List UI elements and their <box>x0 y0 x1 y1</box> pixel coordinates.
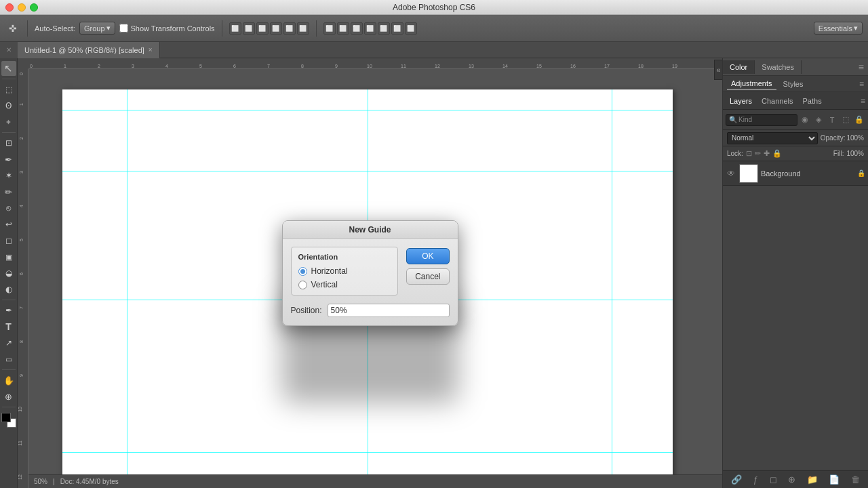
distribute-all-icon[interactable]: ⬜ <box>405 22 417 35</box>
adjustment-layer-btn[interactable]: ⊕ <box>788 474 795 485</box>
adj-panel-menu-btn[interactable]: ≡ <box>859 79 864 89</box>
separator-3 <box>316 20 317 37</box>
color-swatch[interactable] <box>1 413 16 428</box>
position-row: Position: <box>283 304 458 325</box>
gradient-tool-btn[interactable]: ▣ <box>1 249 16 264</box>
document-tab[interactable]: Untitled-1 @ 50% (RGB/8#) [scaled] × <box>18 42 160 58</box>
distribute-bottom-icon[interactable]: ⬜ <box>391 22 403 35</box>
crop-tool-btn[interactable]: ⊡ <box>1 136 16 150</box>
tool-sep-3 <box>2 300 16 300</box>
tab-bar: ✕ Untitled-1 @ 50% (RGB/8#) [scaled] × <box>0 42 868 58</box>
filter-icon-1[interactable]: ◉ <box>799 114 811 126</box>
tool-sep-2 <box>2 132 16 133</box>
move-tool-icon[interactable]: ✜ <box>5 21 20 36</box>
filter-icon-2[interactable]: ◈ <box>812 114 825 126</box>
lock-position-icon[interactable]: ✚ <box>764 149 770 158</box>
filter-icon-3[interactable]: T <box>826 114 838 126</box>
spot-heal-tool-btn[interactable]: ✶ <box>1 168 16 183</box>
delete-layer-btn[interactable]: 🗑 <box>851 474 860 485</box>
opacity-value[interactable]: 100% <box>846 134 864 142</box>
link-layers-btn[interactable]: 🔗 <box>731 474 742 485</box>
new-layer-btn[interactable]: 📄 <box>829 474 840 485</box>
zoom-tool-btn[interactable]: ⊕ <box>1 389 16 404</box>
horizontal-radio-option[interactable]: Horizontal <box>298 266 391 276</box>
group-layers-btn[interactable]: 📁 <box>807 474 818 485</box>
vertical-radio-option[interactable]: Vertical <box>298 280 391 289</box>
clone-stamp-tool-btn[interactable]: ⎋ <box>1 201 16 216</box>
autoselect-dropdown[interactable]: Group ▾ <box>79 22 115 35</box>
maximize-button[interactable] <box>30 3 38 12</box>
distribute-left-icon[interactable]: ⬜ <box>323 22 336 35</box>
history-brush-tool-btn[interactable]: ↩ <box>1 217 16 232</box>
distribute-right-icon[interactable]: ⬜ <box>351 22 363 35</box>
canvas-area: 0 1 2 3 4 5 6 7 8 9 10 11 12 13 14 15 16… <box>18 58 722 488</box>
align-bottom-icon[interactable]: ⬜ <box>297 22 309 35</box>
text-tool-btn[interactable]: T <box>1 319 16 334</box>
horizontal-radio-input[interactable] <box>298 267 307 276</box>
lasso-tool-btn[interactable]: ʘ <box>1 98 16 113</box>
align-center-h-icon[interactable]: ⬜ <box>243 22 255 35</box>
dodge-tool-btn[interactable]: ◐ <box>1 282 16 297</box>
shape-tool-btn[interactable]: ▭ <box>1 352 16 367</box>
tab-close-btn[interactable]: × <box>149 46 153 54</box>
vertical-radio-input[interactable] <box>298 281 307 289</box>
distribute-top-icon[interactable]: ⬜ <box>364 22 376 35</box>
swatches-tab[interactable]: Swatches <box>755 60 802 74</box>
paths-tab[interactable]: Paths <box>799 96 826 106</box>
left-toolbar: ↖ ⬚ ʘ ⌖ ⊡ ✒ ✶ ✏ ⎋ ↩ ◻ ▣ ◒ ◐ ✒ T ↗ ▭ ✋ ⊕ <box>0 58 18 488</box>
channels-tab[interactable]: Channels <box>757 96 797 106</box>
separator-1 <box>27 20 28 37</box>
layer-thumbnail <box>739 164 758 183</box>
blend-mode-select[interactable]: Normal <box>727 132 818 144</box>
layer-visibility-icon[interactable]: 👁 <box>726 168 736 179</box>
select-tool-btn[interactable]: ↖ <box>1 61 16 76</box>
styles-tab[interactable]: Styles <box>779 79 808 89</box>
essentials-dropdown[interactable]: Essentials ▾ <box>814 22 863 35</box>
blur-tool-btn[interactable]: ◒ <box>1 266 16 281</box>
transform-checkbox-input[interactable] <box>119 24 128 33</box>
distribute-center-h-icon[interactable]: ⬜ <box>337 22 349 35</box>
fill-value[interactable]: 100% <box>846 150 864 157</box>
hand-tool-btn[interactable]: ✋ <box>1 373 16 388</box>
layers-panel-tabs: Layers Channels Paths ≡ <box>723 92 868 110</box>
background-layer-item[interactable]: 👁 Background 🔒 <box>723 161 868 186</box>
eyedropper-tool-btn[interactable]: ✒ <box>1 152 16 167</box>
lock-all-icon[interactable]: 🔒 <box>772 149 782 158</box>
align-top-icon[interactable]: ⬜ <box>270 22 282 35</box>
distribute-center-v-icon[interactable]: ⬜ <box>378 22 390 35</box>
align-right-icon[interactable]: ⬜ <box>256 22 269 35</box>
filter-icon-5[interactable]: 🔒 <box>853 114 865 126</box>
align-center-v-icon[interactable]: ⬜ <box>283 22 296 35</box>
tab-label: Untitled-1 @ 50% (RGB/8#) [scaled] <box>24 46 144 54</box>
close-button[interactable] <box>5 3 14 12</box>
foreground-color[interactable] <box>1 413 11 422</box>
layer-style-btn[interactable]: ƒ <box>753 474 758 485</box>
panel-menu-btn[interactable]: ≡ <box>854 62 868 73</box>
eraser-tool-btn[interactable]: ◻ <box>1 233 16 248</box>
path-select-tool-btn[interactable]: ↗ <box>1 336 16 350</box>
lock-transparent-icon[interactable]: ⊡ <box>746 149 752 158</box>
autoselect-label: Auto-Select: <box>35 24 75 33</box>
layers-search-bar: 🔍 Kind <box>726 114 797 126</box>
main-layout: ↖ ⬚ ʘ ⌖ ⊡ ✒ ✶ ✏ ⎋ ↩ ◻ ▣ ◒ ◐ ✒ T ↗ ▭ ✋ ⊕ <box>0 58 868 488</box>
dialog-body: Orientation Horizontal Vertical <box>283 239 458 304</box>
filter-icon-4[interactable]: ⬚ <box>840 114 852 126</box>
ok-button[interactable]: OK <box>406 248 449 264</box>
lock-image-icon[interactable]: ✏ <box>755 149 761 158</box>
layers-panel-menu-btn[interactable]: ≡ <box>861 96 865 106</box>
align-left-icon[interactable]: ⬜ <box>229 22 241 35</box>
adjustments-tab[interactable]: Adjustments <box>727 78 776 90</box>
search-icon: 🔍 <box>729 116 737 123</box>
cancel-button[interactable]: Cancel <box>406 268 449 285</box>
layer-name: Background <box>761 169 854 178</box>
color-tab[interactable]: Color <box>723 60 755 74</box>
marquee-tool-btn[interactable]: ⬚ <box>1 82 16 97</box>
brush-tool-btn[interactable]: ✏ <box>1 184 16 199</box>
position-input[interactable] <box>328 304 450 317</box>
layer-mask-btn[interactable]: ◻ <box>770 474 777 485</box>
show-transform-checkbox[interactable]: Show Transform Controls <box>119 24 215 33</box>
layers-tab[interactable]: Layers <box>726 96 756 106</box>
pen-tool-btn[interactable]: ✒ <box>1 303 16 318</box>
minimize-button[interactable] <box>18 3 26 12</box>
magic-wand-tool-btn[interactable]: ⌖ <box>1 115 16 129</box>
